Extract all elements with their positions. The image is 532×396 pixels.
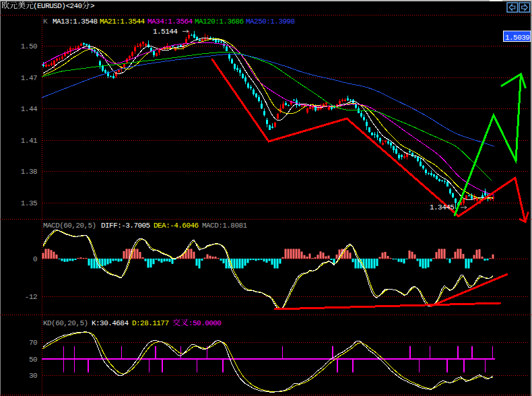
svg-text::50.0000: :50.0000 (189, 319, 221, 327)
svg-text:MA250:1.3998: MA250:1.3998 (246, 18, 295, 26)
svg-text:30: 30 (29, 372, 37, 380)
svg-text:KD(60,20,5): KD(60,20,5) (43, 319, 88, 327)
svg-text:MA13:1.3548: MA13:1.3548 (53, 18, 98, 26)
svg-text:0: 0 (33, 255, 37, 263)
svg-text:MA21:1.3544: MA21:1.3544 (100, 18, 145, 26)
svg-text:MA34:1.3564: MA34:1.3564 (147, 18, 193, 26)
svg-text:>: > (90, 2, 95, 10)
svg-text:1.3445: 1.3445 (430, 203, 454, 211)
svg-text:K: K (43, 18, 48, 26)
svg-text:MACD(60,20,5): MACD(60,20,5) (43, 222, 96, 230)
svg-text:1.47: 1.47 (21, 74, 37, 82)
svg-text:DIFF:-3.7005: DIFF:-3.7005 (101, 222, 150, 230)
svg-text:1.5039: 1.5039 (505, 34, 529, 42)
svg-text:1.44: 1.44 (21, 105, 38, 113)
svg-text:50: 50 (29, 356, 37, 364)
svg-text:1.35: 1.35 (21, 199, 37, 207)
svg-text:-12: -12 (25, 293, 37, 301)
svg-text:1.38: 1.38 (21, 168, 37, 176)
svg-text:DEA:-4.6046: DEA:-4.6046 (154, 222, 199, 230)
svg-text:MA120:1.3686: MA120:1.3686 (195, 18, 244, 26)
svg-text:1.41: 1.41 (21, 137, 38, 145)
svg-text:(EURUSD)<240: (EURUSD)<240 (33, 2, 82, 10)
svg-text:MACD:1.8081: MACD:1.8081 (202, 222, 248, 230)
svg-text:D:28.1177: D:28.1177 (132, 319, 168, 327)
svg-text:1.5144: 1.5144 (153, 28, 178, 36)
svg-text:K:30.4684: K:30.4684 (92, 319, 129, 327)
svg-text:1.50: 1.50 (21, 42, 37, 51)
svg-text:70: 70 (29, 339, 37, 347)
